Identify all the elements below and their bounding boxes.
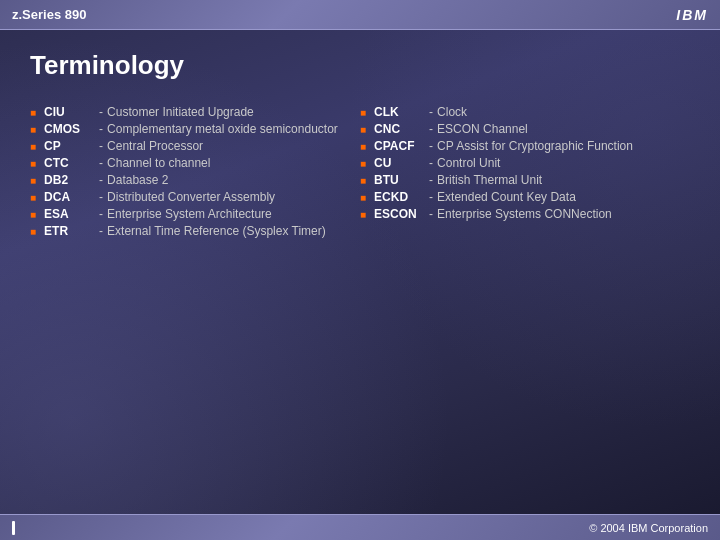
term-dash: - [429,105,433,119]
bullet-icon: ■ [30,158,36,169]
bullet-icon: ■ [30,141,36,152]
term-dash: - [429,156,433,170]
term-dash: - [99,105,103,119]
terms-grid: ■ CIU - Customer Initiated Upgrade ■ CLK… [30,103,690,239]
term-abbreviation: CMOS [44,122,99,136]
term-description: Clock [437,105,467,119]
list-item: ■ ETR - External Time Reference (Sysplex… [30,222,360,239]
bullet-icon: ■ [360,158,366,169]
bullet-icon: ■ [360,209,366,220]
term-description: Enterprise System Architecture [107,207,272,221]
term-description: British Thermal Unit [437,173,542,187]
bullet-icon: ■ [360,175,366,186]
bullet-icon: ■ [30,175,36,186]
bullet-icon: ■ [360,107,366,118]
term-abbreviation: CP [44,139,99,153]
term-dash: - [99,173,103,187]
term-abbreviation: CU [374,156,429,170]
list-item: ■ CLK - Clock [360,103,690,120]
term-dash: - [99,156,103,170]
term-description: Customer Initiated Upgrade [107,105,254,119]
list-item: ■ DCA - Distributed Converter Assembly [30,188,360,205]
list-item: ■ ESCON - Enterprise Systems CONNection [360,205,690,222]
list-item: ■ DB2 - Database 2 [30,171,360,188]
list-item: ■ ESA - Enterprise System Architecture [30,205,360,222]
term-description: Enterprise Systems CONNection [437,207,612,221]
term-dash: - [99,190,103,204]
term-abbreviation: CNC [374,122,429,136]
list-item: ■ CNC - ESCON Channel [360,120,690,137]
header-bar: z.Series 890 IBM [0,0,720,30]
list-item: ■ CMOS - Complementary metal oxide semic… [30,120,360,137]
term-abbreviation: ECKD [374,190,429,204]
term-description: Channel to channel [107,156,210,170]
term-description: Distributed Converter Assembly [107,190,275,204]
term-dash: - [99,139,103,153]
page-title: Terminology [30,50,690,81]
term-abbreviation: BTU [374,173,429,187]
header-title: z.Series 890 [12,7,86,22]
bullet-icon: ■ [360,192,366,203]
term-abbreviation: DB2 [44,173,99,187]
term-description: Control Unit [437,156,500,170]
ibm-logo: IBM [676,7,708,23]
list-item: ■ CIU - Customer Initiated Upgrade [30,103,360,120]
footer-bar: © 2004 IBM Corporation [0,514,720,540]
list-item: ■ CU - Control Unit [360,154,690,171]
term-abbreviation: CIU [44,105,99,119]
bullet-icon: ■ [30,209,36,220]
term-dash: - [99,207,103,221]
term-abbreviation: CLK [374,105,429,119]
term-abbreviation: ESCON [374,207,429,221]
list-item: ■ CP - Central Processor [30,137,360,154]
term-dash: - [429,207,433,221]
term-dash: - [99,122,103,136]
bullet-icon: ■ [30,107,36,118]
term-dash: - [429,122,433,136]
bullet-icon: ■ [360,124,366,135]
list-item: ■ ECKD - Extended Count Key Data [360,188,690,205]
term-description: ESCON Channel [437,122,528,136]
term-abbreviation: DCA [44,190,99,204]
term-description: Complementary metal oxide semiconductor [107,122,338,136]
footer-line [12,521,15,535]
main-content: Terminology ■ CIU - Customer Initiated U… [0,30,720,514]
term-dash: - [429,139,433,153]
term-description: External Time Reference (Sysplex Timer) [107,224,326,238]
term-description: Database 2 [107,173,168,187]
bullet-icon: ■ [30,192,36,203]
list-item: ■ CTC - Channel to channel [30,154,360,171]
term-dash: - [429,173,433,187]
bullet-icon: ■ [30,226,36,237]
term-abbreviation: CPACF [374,139,429,153]
list-item: ■ BTU - British Thermal Unit [360,171,690,188]
term-description: Central Processor [107,139,203,153]
term-abbreviation: ETR [44,224,99,238]
term-description: CP Assist for Cryptographic Function [437,139,633,153]
term-dash: - [429,190,433,204]
term-dash: - [99,224,103,238]
bullet-icon: ■ [360,141,366,152]
term-description: Extended Count Key Data [437,190,576,204]
bullet-icon: ■ [30,124,36,135]
list-item: ■ CPACF - CP Assist for Cryptographic Fu… [360,137,690,154]
term-abbreviation: CTC [44,156,99,170]
term-abbreviation: ESA [44,207,99,221]
footer-copyright: © 2004 IBM Corporation [589,522,708,534]
